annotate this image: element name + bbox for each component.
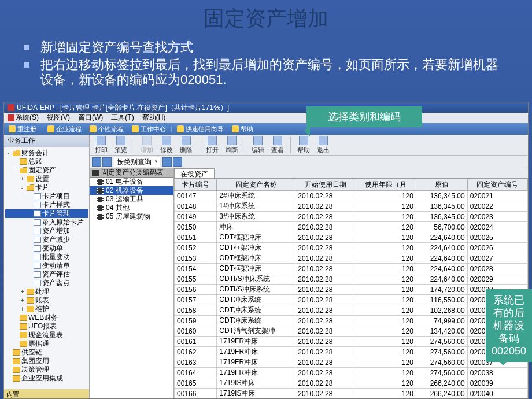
tree-node[interactable]: 卡片样式 (5, 201, 88, 209)
tree-node[interactable]: 资产评估 (5, 270, 88, 279)
table-row[interactable]: 00154CDT框架冲床2010.02.28120224,640.0002002… (175, 264, 528, 274)
tree-toggle-icon[interactable]: + (19, 306, 25, 312)
category-item[interactable]: 02 机器设备 (90, 186, 173, 195)
tree-node[interactable]: 变动单 (5, 244, 88, 253)
tree-node[interactable]: +处理 (5, 287, 88, 296)
tree-node[interactable]: UFO报表 (5, 322, 88, 331)
toolbar-button[interactable]: 打印 (93, 136, 109, 154)
table-row[interactable]: 00157CDT冲床系统2010.02.28120116,550.0002003… (175, 295, 528, 305)
table-row[interactable]: 00152CDT框架冲床2010.02.28120224,640.0002002… (175, 243, 528, 253)
tree-node[interactable]: +维护 (5, 305, 88, 313)
toolbar-button[interactable]: 删除 (178, 136, 194, 154)
tree-node[interactable]: WEB财务 (5, 313, 88, 322)
tree-node[interactable]: 企业应用集成 (5, 374, 88, 383)
tab-active-assets[interactable]: 在役资产 (174, 168, 215, 178)
nav-tree[interactable]: -财务会计总账-固定资产+设置-卡片卡片项目卡片样式卡片管理录入原始卡片资产增加… (4, 147, 89, 389)
nav-help[interactable]: 帮助 (232, 125, 253, 134)
table-row[interactable]: 001631719FR冲床2010.02.28120274,560.000200… (175, 357, 528, 368)
tree-node[interactable]: 总账 (5, 157, 88, 166)
menu-system[interactable]: 系统(S) (8, 113, 39, 123)
category-list[interactable]: 01 电子设备02 机器设备03 运输工具04 其他05 房屋建筑物 (90, 178, 173, 221)
nav-relogin[interactable]: 重注册 (9, 125, 36, 134)
menu-window[interactable]: 窗口(W) (78, 113, 103, 123)
filter-toggle-icons[interactable] (162, 157, 182, 167)
tree-node[interactable]: -固定资产 (5, 166, 88, 175)
table-row[interactable]: 001472#冲床系统2010.02.28120136,345.00020021 (175, 191, 528, 201)
nav-quick-guide[interactable]: 快速使用向导 (177, 125, 224, 134)
table-row[interactable]: 00150冲床2010.02.2812056,700.00020024 (175, 222, 528, 232)
toggle-icon[interactable] (102, 157, 112, 167)
toolbar-button[interactable]: 帮助 (295, 136, 312, 154)
tree-toggle-icon[interactable]: + (19, 289, 25, 295)
nav-work-center[interactable]: 工作中心 (132, 125, 166, 134)
table-row[interactable]: 00159CDT冲床系统2010.02.2812074,999.00020033 (175, 316, 528, 326)
toolbar-button[interactable]: 退出 (315, 136, 331, 154)
toggle-icon[interactable] (173, 157, 182, 167)
grid-column-header[interactable]: 固定资产编号 (467, 179, 527, 191)
table-row[interactable]: 001611719FR冲床2010.02.28120274,560.000200… (175, 337, 528, 347)
bullet-text: 新增固定资产编号查找方式 (40, 40, 193, 55)
table-row[interactable]: 00153CDT框架冲床2010.02.28120224,640.0002002… (175, 253, 528, 264)
table-row[interactable]: 001493#冲床系统2010.02.28120136,345.00020023 (175, 212, 528, 222)
toolbar-button[interactable]: 查看 (269, 136, 286, 154)
tree-node[interactable]: 供应链 (5, 348, 88, 357)
category-item[interactable]: 01 电子设备 (90, 178, 173, 186)
tree-node[interactable]: -财务会计 (5, 149, 88, 157)
table-row[interactable]: 001661719IS冲床2010.02.28120266,240.000200… (175, 389, 528, 399)
grid-column-header[interactable]: 原值 (416, 179, 467, 191)
tree-node[interactable]: -卡片 (5, 183, 88, 192)
category-item[interactable]: 05 房屋建筑物 (90, 212, 173, 221)
category-item[interactable]: 04 其他 (90, 204, 173, 212)
nav-personal-flow[interactable]: 个性流程 (90, 125, 124, 134)
tree-node[interactable]: 资产增加 (5, 227, 88, 235)
toggle-icon[interactable] (162, 157, 172, 167)
filter-toggle-icons[interactable] (92, 157, 112, 167)
table-row[interactable]: 001481#冲床系统2010.02.28120136,345.00020022 (175, 201, 528, 212)
asset-grid[interactable]: 卡片编号固定资产名称开始使用日期使用年限（月原值固定资产编号001472#冲床系… (174, 179, 528, 398)
tree-node[interactable]: 批量变动 (5, 253, 88, 261)
tree-node[interactable]: 资产盘点 (5, 279, 88, 287)
tree-toggle-icon[interactable]: - (5, 150, 12, 156)
tree-toggle-icon[interactable]: + (19, 297, 25, 304)
toggle-icon[interactable] (92, 157, 101, 167)
table-row[interactable]: 00160CDT消气剂支架冲2010.02.28120134,420.00020… (175, 326, 528, 337)
grid-column-header[interactable]: 使用年限（月 (356, 179, 416, 191)
table-row[interactable]: 001621719FR冲床2010.02.28120274,560.000200… (175, 347, 528, 357)
builtin-bar[interactable]: 内置 (4, 389, 89, 398)
tree-toggle-icon[interactable]: - (19, 184, 25, 191)
menu-tools[interactable]: 工具(T) (111, 113, 134, 123)
tree-toggle-icon[interactable]: - (12, 167, 19, 173)
grid-column-header[interactable]: 卡片编号 (175, 179, 217, 191)
grid-column-header[interactable]: 固定资产名称 (217, 179, 295, 191)
tree-node-label: 企业应用集成 (21, 374, 63, 383)
menu-help[interactable]: 帮助(H) (142, 113, 166, 123)
tree-node[interactable]: 资产减少 (5, 235, 88, 244)
tree-node[interactable]: 卡片项目 (5, 192, 88, 201)
tree-node[interactable]: 卡片管理 (5, 209, 88, 218)
tree-node[interactable]: 现金流量表 (5, 331, 88, 339)
category-item[interactable]: 03 运输工具 (90, 195, 173, 204)
table-row[interactable]: 00151CDT框架冲床2010.02.28120224,640.0002002… (175, 232, 528, 243)
table-row[interactable]: 00156CDTI/S冲床系统2010.02.28120174,720.0002… (175, 285, 528, 295)
table-row[interactable]: 001641719FR冲床2010.02.28120274,560.000200… (175, 368, 528, 378)
tree-node[interactable]: +账表 (5, 296, 88, 305)
table-row[interactable]: 001651719IS冲床2010.02.28120266,240.000200… (175, 378, 528, 389)
toolbar-button[interactable]: 修改 (158, 136, 175, 154)
tree-node[interactable]: 录入原始卡片 (5, 218, 88, 227)
toolbar-button[interactable]: 刷新 (224, 136, 240, 154)
tree-toggle-icon[interactable]: + (19, 176, 25, 182)
toolbar-button[interactable]: 预览 (113, 136, 129, 154)
tree-node[interactable]: +设置 (5, 175, 88, 183)
tree-node[interactable]: 集团应用 (5, 357, 88, 365)
toolbar-button[interactable]: 编辑 (250, 136, 266, 154)
nav-enterprise-flow[interactable]: 企业流程 (47, 125, 82, 134)
menu-view[interactable]: 视图(V) (47, 113, 70, 123)
tree-node[interactable]: 决策管理 (5, 365, 88, 374)
tree-node[interactable]: 票据通 (5, 339, 88, 348)
grid-column-header[interactable]: 开始使用日期 (295, 179, 356, 191)
tree-node[interactable]: 变动清单 (5, 261, 88, 270)
table-row[interactable]: 00158CDT冲床系统2010.02.28120102,268.0002003… (175, 305, 528, 316)
filter-mode-select[interactable]: 按类别查询 (114, 157, 160, 167)
table-row[interactable]: 00155CDTI/S冲床系统2010.02.28120224,640.0002… (175, 274, 528, 285)
toolbar-button[interactable]: 打开 (204, 136, 220, 154)
